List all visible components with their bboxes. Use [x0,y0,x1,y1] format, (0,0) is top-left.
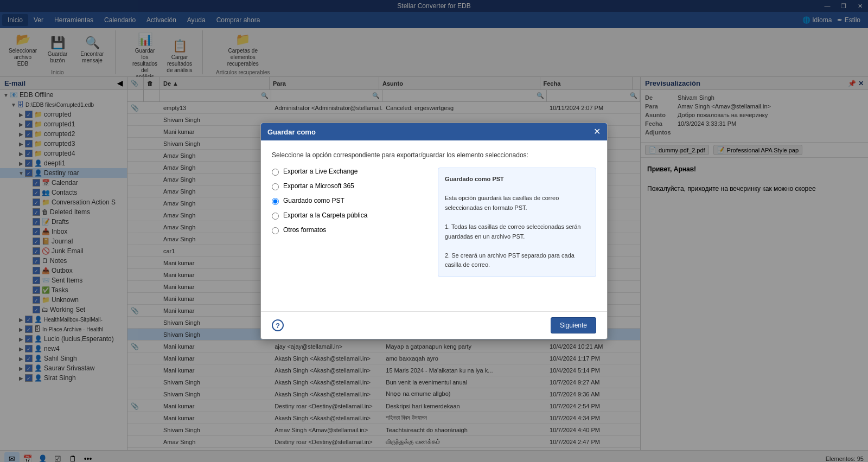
modal-close-button[interactable]: ✕ [593,127,601,136]
modal-option-m365[interactable]: Exportar a Microsoft 365 [272,182,416,190]
modal-left-col: Exportar a Live Exchange Exportar a Micr… [272,168,416,277]
modal-option-otros[interactable]: Otros formatos [272,226,416,234]
modal-option-carpeta[interactable]: Exportar a la Carpeta pública [272,211,416,220]
modal-overlay[interactable]: Guardar como ✕ Seleccione la opción corr… [0,0,868,462]
siguiente-button[interactable]: Siguiente [551,317,596,333]
help-button[interactable]: ? [272,319,284,331]
modal-option-exchange[interactable]: Exportar a Live Exchange [272,168,416,176]
label-m365[interactable]: Exportar a Microsoft 365 [283,182,354,190]
radio-otros[interactable] [272,227,279,234]
label-otros[interactable]: Otros formatos [283,226,326,234]
modal-description: Seleccione la opción correspondiente par… [272,151,596,159]
label-carpeta[interactable]: Exportar a la Carpeta pública [283,211,367,219]
label-pst[interactable]: Guardado como PST [283,197,344,204]
modal-footer: ? Siguiente [261,311,607,339]
label-exchange[interactable]: Exportar a Live Exchange [283,168,358,175]
radio-carpeta[interactable] [272,213,279,220]
modal-title-bar: Guardar como ✕ [261,123,607,140]
radio-pst[interactable] [272,198,279,205]
modal-guardar-como: Guardar como ✕ Seleccione la opción corr… [260,123,608,339]
radio-m365[interactable] [272,183,279,190]
modal-option-pst[interactable]: Guardado como PST [272,197,416,205]
modal-body: Seleccione la opción correspondiente par… [261,140,607,311]
modal-title: Guardar como [267,128,316,136]
modal-right-col: Guardado como PST Esta opción guardará l… [438,168,596,277]
right-panel-title: Guardado como PST [445,176,504,182]
right-panel-text: Esta opción guardará las casillas de cor… [445,195,581,268]
modal-help: ? [272,317,284,333]
radio-exchange[interactable] [272,169,279,176]
modal-content-cols: Exportar a Live Exchange Exportar a Micr… [272,168,596,277]
